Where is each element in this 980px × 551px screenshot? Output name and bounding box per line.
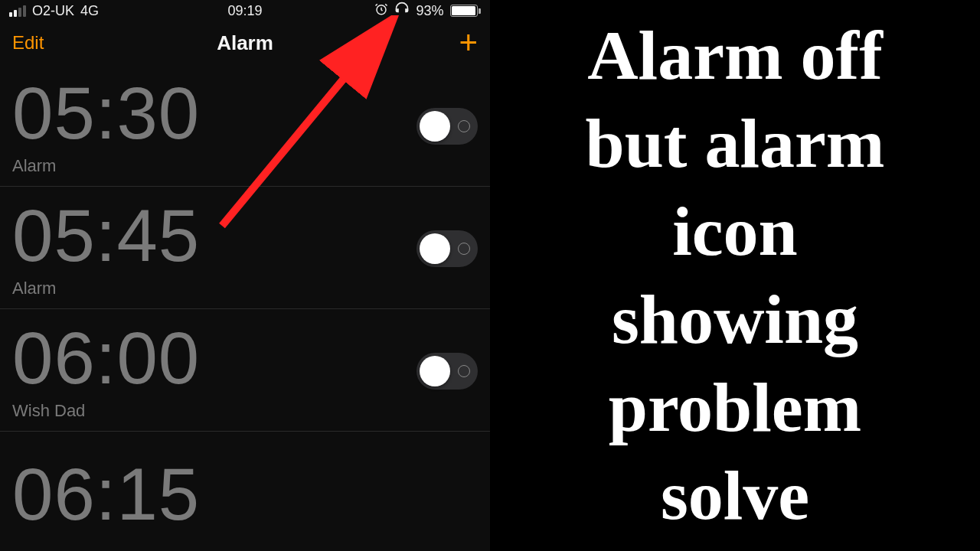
alarm-list: 05:30 Alarm 05:45 Alarm 06:00 Wish Dad 0…: [0, 64, 490, 525]
alarm-toggle[interactable]: [416, 230, 478, 267]
alarm-label: Wish Dad: [12, 401, 200, 421]
alarm-time: 06:00: [12, 321, 200, 395]
carrier-label: O2-UK: [32, 3, 74, 19]
edit-button[interactable]: Edit: [12, 32, 44, 54]
alarm-row[interactable]: 05:30 Alarm: [0, 64, 490, 187]
status-bar: O2-UK 4G 09:19 93%: [0, 0, 490, 21]
headphone-icon: [394, 2, 410, 21]
alarm-label: Alarm: [12, 156, 200, 176]
battery-pct-label: 93%: [416, 3, 443, 19]
add-button[interactable]: +: [459, 27, 478, 59]
alarm-icon: [374, 2, 388, 20]
alarm-toggle[interactable]: [416, 108, 478, 145]
alarm-toggle[interactable]: [416, 353, 478, 390]
battery-icon: [450, 5, 482, 17]
clock-label: 09:19: [227, 3, 262, 19]
alarm-label: Alarm: [12, 279, 200, 298]
alarm-row[interactable]: 06:15: [0, 432, 490, 525]
network-label: 4G: [80, 3, 99, 19]
alarm-row[interactable]: 05:45 Alarm: [0, 187, 490, 309]
alarm-row[interactable]: 06:00 Wish Dad: [0, 309, 490, 432]
caption-text: Alarm off but alarm icon showing problem…: [570, 4, 900, 547]
nav-bar: Edit Alarm +: [0, 21, 490, 64]
alarm-time: 05:30: [12, 77, 200, 150]
phone-screen: O2-UK 4G 09:19 93% Edit Alarm + 05:30: [0, 0, 490, 551]
signal-icon: [9, 5, 26, 17]
page-title: Alarm: [217, 31, 273, 55]
alarm-time: 05:45: [12, 199, 200, 272]
alarm-time: 06:15: [12, 458, 200, 525]
caption-panel: Alarm off but alarm icon showing problem…: [490, 0, 980, 551]
